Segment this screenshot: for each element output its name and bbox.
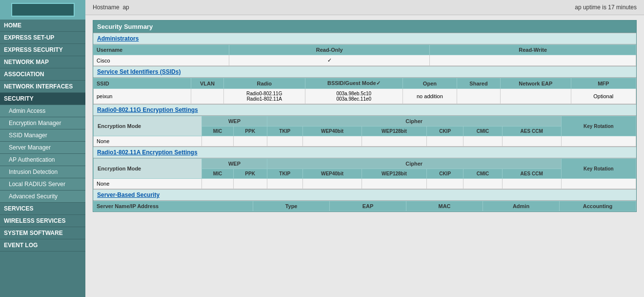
ssid-neap [500, 89, 571, 104]
cipher-group-r1: Cipher [267, 159, 561, 169]
sidebar-item-services[interactable]: SERVICES [0, 203, 85, 215]
col-readonly: Read-Only [229, 45, 430, 55]
cipher-group-r0: Cipher [267, 116, 561, 127]
r1-keyrot-val [561, 179, 636, 189]
sidebar-item-advanced-security[interactable]: Advanced Security [0, 191, 85, 203]
ssids-link[interactable]: Service Set Identifiers (SSIDs) [93, 66, 636, 78]
server-based-link[interactable]: Server-Based Security [93, 189, 636, 201]
srv-col-admin: Admin [483, 201, 560, 212]
r1-aesccm: AES CCM [502, 169, 561, 179]
security-summary-title: Security Summary [93, 21, 636, 33]
sidebar-item-event-log[interactable]: EVENT LOG [0, 239, 85, 252]
sidebar-item-home[interactable]: HOME [0, 20, 85, 32]
r1-tkip-val [267, 179, 302, 189]
key-rotation-r0: Key Rotation [561, 116, 636, 136]
server-based-table: Server Name/IP Address Type EAP MAC Admi… [93, 201, 636, 212]
ssid-col-radio: Radio [223, 78, 305, 89]
sidebar-item-system-software[interactable]: SYSTEM SOFTWARE [0, 227, 85, 239]
sidebar-logo [0, 0, 85, 20]
srv-col-mac: MAC [406, 201, 483, 212]
r0-mic-val [202, 136, 233, 147]
r1-wep128-val [362, 179, 427, 189]
ssid-radio: Radio0-802.11GRadio1-802.11A [223, 89, 305, 104]
ssid-col-bssid: BSSID/Guest Mode✓ [305, 78, 402, 89]
r1-cmic-val [463, 179, 502, 189]
r1-wep128: WEP128bit [362, 169, 427, 179]
administrators-table: Username Read-Only Read-Write Cisco ✓ [93, 44, 636, 66]
ssid-col-ssid: SSID [94, 78, 191, 89]
sidebar-item-encryption-manager[interactable]: Encryption Manager [0, 117, 85, 129]
sidebar-item-security[interactable]: SECURITY [0, 93, 85, 105]
srv-col-accounting: Accounting [560, 201, 636, 212]
hostname-info: Hostname ap [93, 4, 129, 11]
main-content: Hostname ap ap uptime is 17 minutes Secu… [85, 0, 644, 297]
hostname-label: Hostname [93, 4, 120, 11]
key-rotation-r1: Key Rotation [561, 159, 636, 179]
r1-ckip-val [426, 179, 463, 189]
r0-wep128: WEP128bit [362, 127, 427, 136]
enc-mode-label-r1: Encryption Mode [94, 159, 202, 179]
r1-ckip: CKIP [426, 169, 463, 179]
r0-wep40: WEP40bit [302, 127, 362, 136]
ssid-bssid: 003a.98eb.5c10003a.98ec.11e0 [305, 89, 402, 104]
r0-ckip: CKIP [426, 127, 463, 136]
ssid-shared [457, 89, 501, 104]
sidebar-item-intrusion-detection[interactable]: Intrusion Detection [0, 166, 85, 178]
sidebar: HOMEEXPRESS SET-UPEXPRESS SECURITYNETWOR… [0, 0, 85, 297]
sidebar-item-admin-access[interactable]: Admin Access [0, 105, 85, 117]
r1-cmic: CMIC [463, 169, 502, 179]
admin-username: Cisco [94, 55, 229, 66]
r0-enc-row: None [94, 136, 636, 147]
sidebar-item-ap-authentication[interactable]: AP Authentication [0, 154, 85, 166]
admin-readwrite [430, 55, 636, 66]
sidebar-item-express-security[interactable]: EXPRESS SECURITY [0, 44, 85, 56]
sidebar-item-local-radius-server[interactable]: Local RADIUS Server [0, 178, 85, 191]
r0-ppk-val [233, 136, 267, 147]
r0-mic: MIC [202, 127, 233, 136]
radio1-enc-table: Encryption Mode WEP Cipher Key Rotation … [93, 158, 636, 189]
sidebar-item-express-set-up[interactable]: EXPRESS SET-UP [0, 32, 85, 44]
ssid-open: no addition [402, 89, 457, 104]
ssid-col-vlan: VLAN [191, 78, 224, 89]
col-readwrite: Read-Write [430, 45, 636, 55]
radio1-enc-link[interactable]: Radio1-802.11A Encryption Settings [93, 147, 636, 158]
r1-mic-val [202, 179, 233, 189]
r0-aesccm: AES CCM [502, 127, 561, 136]
r1-aesccm-val [502, 179, 561, 189]
sidebar-item-server-manager[interactable]: Server Manager [0, 142, 85, 154]
admin-row: Cisco ✓ [94, 55, 636, 66]
r0-tkip-val [267, 136, 302, 147]
r0-wep128-val [362, 136, 427, 147]
administrators-link[interactable]: Administrators [93, 33, 636, 44]
r0-cmic: CMIC [463, 127, 502, 136]
wep-group-r1: WEP [202, 159, 267, 169]
ssid-col-shared: Shared [457, 78, 501, 89]
r1-mode-val: None [94, 179, 202, 189]
r0-ppk: PPK [233, 127, 267, 136]
r1-wep40: WEP40bit [302, 169, 362, 179]
sidebar-item-wireless-services[interactable]: WIRELESS SERVICES [0, 215, 85, 227]
r0-aesccm-val [502, 136, 561, 147]
ssid-col-open: Open [402, 78, 457, 89]
ssid-row: peixun Radio0-802.11GRadio1-802.11A 003a… [94, 89, 636, 104]
radio0-enc-link[interactable]: Radio0-802.11G Encryption Settings [93, 104, 636, 116]
sidebar-item-network-interfaces[interactable]: NETWORK INTERFACES [0, 81, 85, 93]
r0-tkip: TKIP [267, 127, 302, 136]
sidebar-item-ssid-manager[interactable]: SSID Manager [0, 129, 85, 142]
srv-col-type: Type [253, 201, 330, 212]
r1-wep40-val [302, 179, 362, 189]
hostname-value: ap [122, 4, 129, 11]
admin-readonly: ✓ [229, 55, 430, 66]
r0-wep40-val [302, 136, 362, 147]
col-username: Username [94, 45, 229, 55]
r1-mic: MIC [202, 169, 233, 179]
r1-tkip: TKIP [267, 169, 302, 179]
radio0-enc-table: Encryption Mode WEP Cipher Key Rotation … [93, 116, 636, 147]
srv-col-name: Server Name/IP Address [94, 201, 253, 212]
sidebar-item-network-map[interactable]: NETWORK MAP [0, 56, 85, 68]
ssid-name: peixun [94, 89, 191, 104]
cisco-logo [11, 3, 75, 17]
sidebar-item-association[interactable]: ASSOCIATION [0, 68, 85, 81]
r1-ppk: PPK [233, 169, 267, 179]
r0-cmic-val [463, 136, 502, 147]
